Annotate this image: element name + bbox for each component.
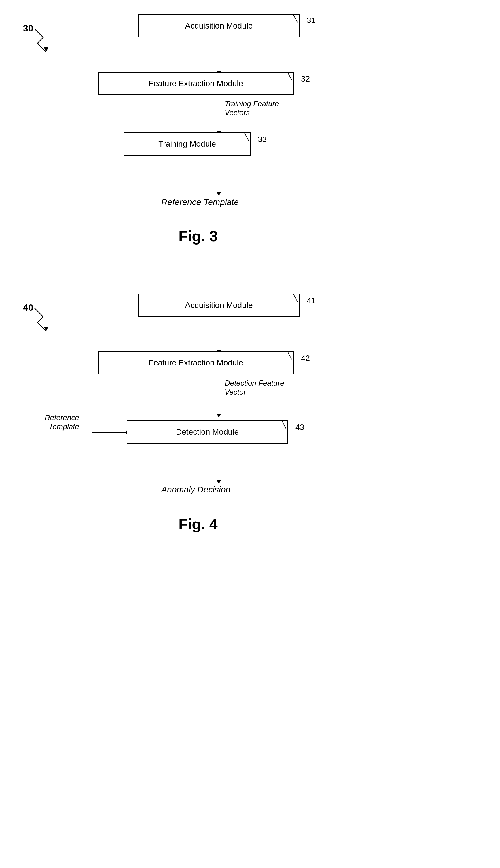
fig3-zigzag-arrow bbox=[32, 26, 69, 55]
fig3-training-module: Training Module bbox=[124, 133, 251, 156]
fig4-detection-module: Detection Module bbox=[127, 421, 288, 444]
fig4-acquisition-module: Acquisition Module bbox=[138, 294, 299, 317]
fig3-train-notch bbox=[233, 133, 250, 141]
fig4-feat-ref: 42 bbox=[301, 354, 310, 363]
svg-marker-0 bbox=[44, 47, 48, 52]
fig3-acquisition-module: Acquisition Module bbox=[138, 14, 299, 37]
svg-line-6 bbox=[244, 133, 249, 140]
fig4-anomaly-decision-label: Anomaly Decision bbox=[161, 485, 230, 494]
svg-line-4 bbox=[287, 72, 292, 80]
main-container: 30 Acquisition Module 31 Feature Extract… bbox=[0, 0, 500, 868]
fig4-acq-notch bbox=[282, 294, 299, 302]
fig4-arrow2 bbox=[219, 374, 219, 415]
fig3-acq-notch bbox=[282, 14, 299, 23]
fig4-acq-ref: 41 bbox=[307, 296, 316, 305]
svg-line-11 bbox=[287, 351, 292, 359]
fig3-feat-notch bbox=[276, 72, 293, 81]
fig4-title: Fig. 4 bbox=[179, 515, 218, 533]
fig3-title: Fig. 3 bbox=[179, 228, 218, 245]
fig4-arrow-horiz bbox=[92, 432, 127, 433]
svg-line-2 bbox=[293, 14, 297, 22]
svg-marker-7 bbox=[44, 327, 48, 331]
fig3-arrow3 bbox=[219, 156, 219, 193]
fig3-feature-extraction-module: Feature Extraction Module bbox=[98, 72, 294, 95]
fig3-arrow1 bbox=[219, 37, 219, 72]
fig3-reference-template-label: Reference Template bbox=[161, 197, 239, 207]
fig4-feature-extraction-module: Feature Extraction Module bbox=[98, 351, 294, 374]
fig3-acq-ref: 31 bbox=[307, 16, 316, 25]
fig4-detect-notch bbox=[270, 421, 287, 429]
fig3-feat-ref: 32 bbox=[301, 74, 310, 83]
fig3-train-ref: 33 bbox=[258, 135, 267, 144]
fig4-arrow3 bbox=[219, 444, 219, 481]
fig4-detect-ref: 43 bbox=[295, 423, 304, 432]
fig4-arrow1 bbox=[219, 317, 219, 351]
svg-line-13 bbox=[282, 421, 286, 429]
fig3-arrow2 bbox=[219, 95, 219, 133]
fig4-zigzag-arrow bbox=[32, 305, 69, 334]
fig4-detection-vector-label: Detection FeatureVector bbox=[225, 379, 284, 397]
fig4-feat-notch bbox=[276, 351, 293, 360]
fig3-training-vectors-label: Training FeatureVectors bbox=[225, 99, 279, 117]
fig4-reference-template-left: ReferenceTemplate bbox=[45, 413, 79, 431]
svg-line-9 bbox=[293, 294, 297, 302]
